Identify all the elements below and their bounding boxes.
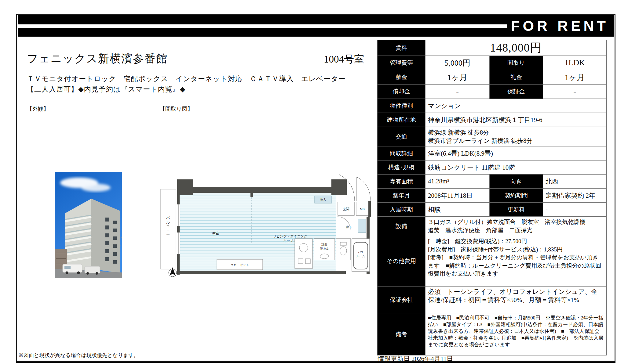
deposit-label: 敷金 bbox=[378, 70, 425, 85]
direction-value: 北西 bbox=[543, 175, 607, 189]
exterior-photo bbox=[55, 172, 122, 278]
structure-label: 構造･規模 bbox=[378, 160, 425, 175]
notes-value: ■住居専用 ■民泊利用不可 ■自転車：月額500円 ※要空き確認・2年分一括払い… bbox=[425, 313, 607, 355]
washroom-label-1: 洗面 bbox=[321, 243, 327, 246]
ldk-label-1: リビング・ダイニング bbox=[273, 234, 308, 238]
table-row: 築年月 2008年11月18日 契約期間 定期借家契約 2年 bbox=[378, 189, 607, 203]
table-row: 保証会社 必須 トーシンライフ、オリコフォレントインシュア、全保連/保証料：初回… bbox=[378, 287, 607, 313]
move-in-value: 相談 bbox=[425, 203, 490, 217]
key-money-label: 礼金 bbox=[490, 70, 543, 85]
storage-label: 物入 bbox=[320, 198, 326, 201]
bathroom-label-1: バス bbox=[358, 251, 363, 254]
property-type-value: マンション bbox=[425, 99, 607, 113]
property-type-label: 物件種別 bbox=[378, 99, 425, 113]
features-line-1: ＴＶモニタ付オートロック 宅配ボックス インターネット対応 ＣＡＴＶ導入 エレベ… bbox=[27, 74, 346, 84]
bottom-rule bbox=[16, 361, 615, 363]
address-value: 神奈川県横浜市港北区新横浜１丁目19-6 bbox=[425, 113, 607, 127]
table-row: 管理費等 5,000円 間取り 1LDK bbox=[378, 56, 607, 70]
mgmt-label: 管理費等 bbox=[378, 56, 425, 70]
table-row: 備考 ■住居専用 ■民泊利用不可 ■自転車：月額500円 ※要空き確認・2年分一… bbox=[378, 313, 607, 355]
table-row: 建物所在地 神奈川県横浜市港北区新横浜１丁目19-6 bbox=[378, 113, 607, 127]
layout-value: 1LDK bbox=[543, 56, 607, 70]
amortization-value: - bbox=[425, 85, 490, 99]
guarantee-deposit-label: 保証金 bbox=[490, 85, 543, 99]
access-value: 横浜線 新横浜 徒歩8分 横浜市営ブルーライン 新横浜 徒歩8分 bbox=[425, 127, 607, 146]
contract-value: 定期借家契約 2年 bbox=[543, 189, 607, 203]
guarantor-label: 保証会社 bbox=[378, 287, 425, 313]
floorplan-label: 【間取り図】 bbox=[160, 105, 193, 113]
table-row: 交通 横浜線 新横浜 徒歩8分 横浜市営ブルーライン 新横浜 徒歩8分 bbox=[378, 127, 607, 146]
renewal-label: 更新料 bbox=[490, 203, 543, 217]
room-number: 1004号室 bbox=[305, 52, 364, 66]
table-row: 償却金 - 保証金 - bbox=[378, 85, 607, 99]
western-room-label: 洋室 bbox=[211, 231, 219, 236]
notes-label: 備考 bbox=[378, 313, 425, 355]
rent-label: 賃料 bbox=[378, 40, 425, 56]
table-row: 間取詳細 洋室(6.4畳) LDK(8.9畳) bbox=[378, 146, 607, 160]
header-band: FOR RENT bbox=[18, 15, 614, 37]
built-value: 2008年11月18日 bbox=[425, 189, 490, 203]
features-line-2: 【二人入居可】◆内見予約は『スマート内覧』◆ bbox=[27, 85, 186, 94]
table-row: 賃料 148,000円 bbox=[378, 40, 607, 56]
table-row: 設備 ３口ガス（グリル付）独立洗面台 脱衣室 浴室換気乾燥機 追焚 温水洗浄便座… bbox=[378, 217, 607, 236]
amortization-label: 償却金 bbox=[378, 85, 425, 99]
table-row: 物件種別 マンション bbox=[378, 99, 607, 113]
layout-detail-label: 間取詳細 bbox=[378, 146, 425, 160]
guarantee-deposit-value: - bbox=[543, 85, 607, 99]
bathroom-label-2: ルーム bbox=[356, 255, 365, 258]
for-rent-title: FOR RENT bbox=[511, 15, 609, 37]
hallway-label: 廊下 bbox=[346, 225, 352, 229]
rent-value: 148,000円 bbox=[425, 40, 607, 56]
floorplan-drawing: バルコニー 玄関 bbox=[159, 168, 371, 278]
other-fees-value: [一時金] 鍵交換費用(税込)：27,500円 [月次費用] 家財保険+付帯サー… bbox=[425, 236, 607, 287]
layout-label: 間取り bbox=[490, 56, 543, 70]
hall-closet bbox=[358, 219, 366, 232]
contract-label: 契約期間 bbox=[490, 189, 543, 203]
disclaimer: ※図面と現状が異なる場合は現状優先となります。 bbox=[18, 352, 139, 359]
kitchen-counter bbox=[295, 239, 312, 268]
property-title: フェニックス新横濱参番館 bbox=[27, 51, 168, 66]
building bbox=[65, 199, 120, 273]
table-row: 敷金 1ヶ月 礼金 1ヶ月 bbox=[378, 70, 607, 85]
access-label: 交通 bbox=[378, 127, 425, 146]
table-row: 入居時期 相談 更新料 - bbox=[378, 203, 607, 217]
structure-value: 鉄筋コンクリート 11階建 10階 bbox=[425, 160, 607, 175]
table-row: 構造･規模 鉄筋コンクリート 11階建 10階 bbox=[378, 160, 607, 175]
mb-label: MB bbox=[360, 207, 365, 211]
exterior-photo-label: 【外観】 bbox=[27, 105, 49, 113]
renewal-value: - bbox=[543, 203, 607, 217]
toilet bbox=[336, 239, 351, 260]
entrance-label: 玄関 bbox=[343, 207, 349, 211]
built-label: 築年月 bbox=[378, 189, 425, 203]
closet-label: クローゼット bbox=[230, 263, 249, 267]
header-stripe bbox=[18, 24, 507, 28]
equipment-label: 設備 bbox=[378, 217, 425, 236]
balcony-label: バルコニー bbox=[166, 214, 170, 235]
north-compass-icon bbox=[169, 267, 177, 277]
key-money-value: 1ヶ月 bbox=[543, 70, 607, 85]
other-fees-label: その他費用 bbox=[378, 236, 425, 287]
mgmt-value: 5,000円 bbox=[425, 56, 490, 70]
address-label: 建物所在地 bbox=[378, 113, 425, 127]
area-label: 専有面積 bbox=[378, 175, 425, 189]
equipment-value: ３口ガス（グリル付）独立洗面台 脱衣室 浴室換気乾燥機 追焚 温水洗浄便座 角部… bbox=[425, 217, 607, 236]
move-in-label: 入居時期 bbox=[378, 203, 425, 217]
area-value: 41.28m² bbox=[425, 175, 490, 189]
deposit-value: 1ヶ月 bbox=[425, 70, 490, 85]
table-row: その他費用 [一時金] 鍵交換費用(税込)：27,500円 [月次費用] 家財保… bbox=[378, 236, 607, 287]
table-row: 専有面積 41.28m² 向き 北西 bbox=[378, 175, 607, 189]
layout-detail-value: 洋室(6.4畳) LDK(8.9畳) bbox=[425, 146, 607, 160]
guarantor-value: 必須 トーシンライフ、オリコフォレントインシュア、全保連/保証料：初回＝賃料等×… bbox=[425, 287, 607, 313]
spec-table: 賃料 148,000円 管理費等 5,000円 間取り 1LDK 敷金 1ヶ月 … bbox=[377, 40, 607, 355]
washroom-label-2: 脱衣室 bbox=[320, 247, 329, 250]
direction-label: 向き bbox=[490, 175, 543, 189]
